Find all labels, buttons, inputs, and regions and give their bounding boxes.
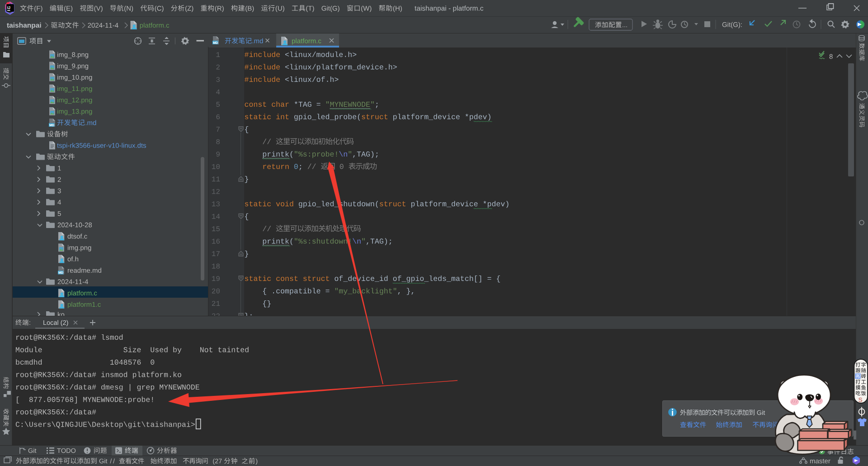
svg-text:MD: MD bbox=[58, 271, 63, 274]
svg-text:MD: MD bbox=[213, 41, 218, 44]
svg-text:MD: MD bbox=[49, 124, 54, 127]
svg-text:IJ: IJ bbox=[7, 5, 10, 10]
